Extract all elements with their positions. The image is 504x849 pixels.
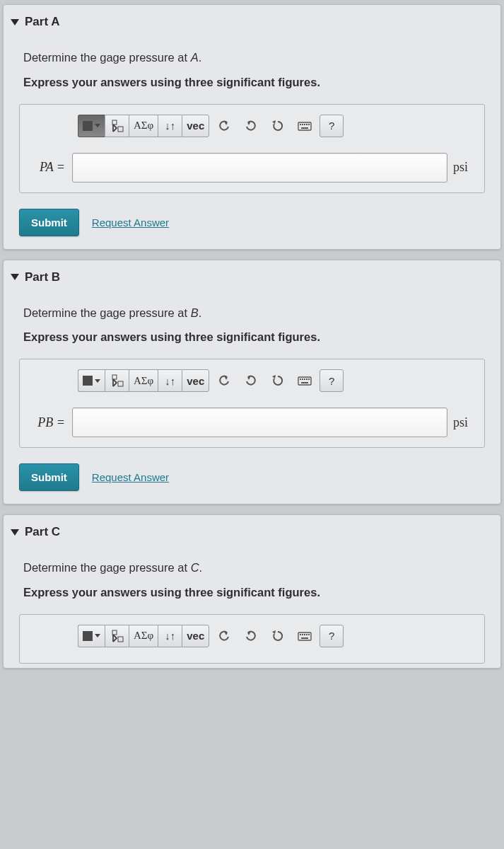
section-header[interactable]: Part C <box>4 515 500 555</box>
svg-rect-6 <box>304 124 305 125</box>
svg-rect-9 <box>301 127 308 129</box>
svg-rect-12 <box>118 381 123 386</box>
chevron-down-icon <box>11 529 19 536</box>
prompt-line: Determine the gage pressure at B. <box>4 300 500 325</box>
part-title: Part C <box>25 525 60 539</box>
subscript-superscript-button[interactable]: ↓↑ <box>158 115 182 137</box>
equation-toolbar: ΑΣφ ↓↑ vec ? <box>78 115 477 137</box>
templates-button[interactable] <box>78 625 105 647</box>
keyboard-button[interactable] <box>293 625 317 647</box>
answer-input[interactable] <box>72 408 447 437</box>
keyboard-button[interactable] <box>293 115 317 137</box>
part-section: Part B Determine the gage pressure at B.… <box>3 260 501 505</box>
subscript-superscript-button[interactable]: ↓↑ <box>158 625 182 647</box>
chevron-down-icon <box>11 274 19 280</box>
svg-rect-17 <box>306 379 307 380</box>
templates-button[interactable] <box>78 369 105 392</box>
section-header[interactable]: Part B <box>4 260 500 300</box>
request-answer-link[interactable]: Request Answer <box>92 471 169 483</box>
help-button[interactable]: ? <box>320 115 344 137</box>
svg-rect-26 <box>304 634 305 635</box>
request-answer-link[interactable]: Request Answer <box>92 216 169 229</box>
undo-button[interactable] <box>212 115 236 137</box>
vector-button[interactable]: vec <box>182 625 209 647</box>
prompt-line: Determine the gage pressure at A. <box>4 45 500 69</box>
svg-rect-8 <box>308 124 310 125</box>
variable-label: PB = <box>27 415 66 430</box>
redo-button[interactable] <box>239 369 263 392</box>
part-title: Part A <box>25 15 59 29</box>
svg-rect-25 <box>302 634 303 635</box>
svg-rect-29 <box>301 637 308 639</box>
greek-button[interactable]: ΑΣφ <box>129 625 158 647</box>
svg-rect-0 <box>112 120 117 125</box>
reset-button[interactable] <box>266 369 290 392</box>
variable-label: PA = <box>27 160 66 175</box>
input-row: PA = psi <box>27 153 477 183</box>
submit-button[interactable]: Submit <box>19 463 79 491</box>
svg-rect-4 <box>300 124 301 125</box>
section-header[interactable]: Part A <box>4 5 500 45</box>
part-section: Part C Determine the gage pressure at C.… <box>3 514 501 669</box>
answer-box: ΑΣφ ↓↑ vec ? <box>19 614 485 664</box>
svg-rect-2 <box>118 127 123 132</box>
vector-button[interactable]: vec <box>182 369 209 392</box>
submit-row: Submit Request Answer <box>4 200 500 245</box>
submit-row: Submit Request Answer <box>4 455 500 499</box>
svg-rect-13 <box>298 377 311 385</box>
vector-button[interactable]: vec <box>182 115 209 137</box>
fraction-root-button[interactable] <box>105 369 129 392</box>
svg-rect-15 <box>302 379 303 380</box>
svg-rect-24 <box>300 634 301 635</box>
greek-button[interactable]: ΑΣφ <box>129 115 158 137</box>
svg-rect-28 <box>308 634 310 635</box>
instruction-line: Express your answers using three signifi… <box>4 324 500 349</box>
svg-rect-23 <box>298 633 311 640</box>
help-button[interactable]: ? <box>320 625 344 647</box>
answer-box: ΑΣφ ↓↑ vec ? PA = psi <box>19 104 485 193</box>
part-title: Part B <box>25 270 60 284</box>
instruction-line: Express your answers using three signifi… <box>4 69 500 94</box>
answer-input[interactable] <box>72 153 447 183</box>
equation-toolbar: ΑΣφ ↓↑ vec ? <box>78 625 477 647</box>
svg-rect-18 <box>308 379 310 380</box>
svg-rect-3 <box>298 122 311 130</box>
answer-box: ΑΣφ ↓↑ vec ? PB = psi <box>19 359 485 448</box>
chevron-down-icon <box>11 19 19 25</box>
svg-rect-20 <box>112 630 117 635</box>
fraction-root-button[interactable] <box>105 625 129 647</box>
reset-button[interactable] <box>266 625 290 647</box>
svg-rect-14 <box>300 379 301 380</box>
part-section: Part A Determine the gage pressure at A.… <box>3 4 501 250</box>
svg-rect-10 <box>112 375 117 379</box>
greek-button[interactable]: ΑΣφ <box>129 369 158 392</box>
undo-button[interactable] <box>212 625 236 647</box>
undo-button[interactable] <box>212 369 236 392</box>
svg-rect-22 <box>118 637 123 642</box>
redo-button[interactable] <box>239 625 263 647</box>
unit-label: psi <box>453 415 477 430</box>
fraction-root-button[interactable] <box>105 115 129 137</box>
input-row: PB = psi <box>27 408 477 437</box>
svg-rect-7 <box>306 124 307 125</box>
instruction-line: Express your answers using three signifi… <box>4 579 500 604</box>
templates-button[interactable] <box>78 115 105 137</box>
submit-button[interactable]: Submit <box>19 209 79 236</box>
svg-rect-5 <box>302 124 303 125</box>
equation-toolbar: ΑΣφ ↓↑ vec ? <box>78 369 477 392</box>
svg-rect-16 <box>304 379 305 380</box>
unit-label: psi <box>453 160 477 175</box>
reset-button[interactable] <box>266 115 290 137</box>
help-button[interactable]: ? <box>320 369 344 392</box>
redo-button[interactable] <box>239 115 263 137</box>
svg-rect-19 <box>301 382 308 383</box>
keyboard-button[interactable] <box>293 369 317 392</box>
svg-rect-27 <box>306 634 307 635</box>
subscript-superscript-button[interactable]: ↓↑ <box>158 369 182 392</box>
prompt-line: Determine the gage pressure at C. <box>4 555 500 579</box>
